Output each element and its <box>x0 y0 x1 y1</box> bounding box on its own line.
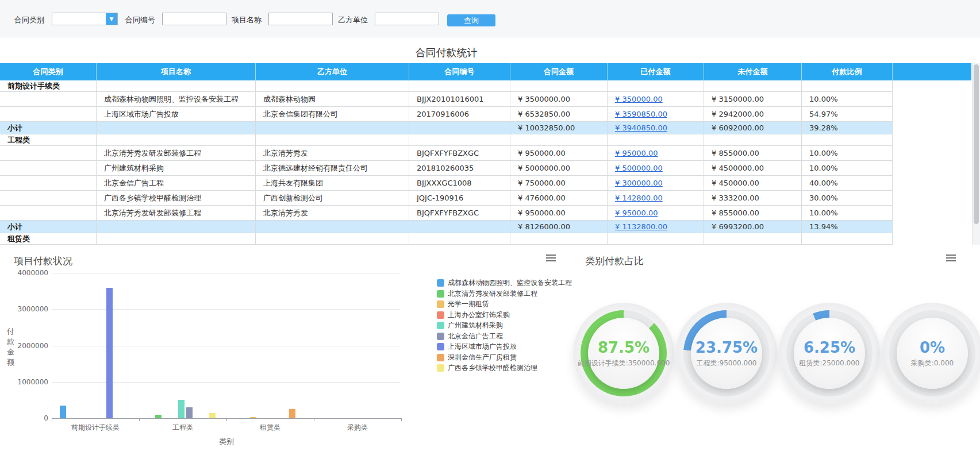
amount-cell: ¥ 476000.00 <box>510 191 608 205</box>
contract-no-cell: BJQFXFYFBZXGC <box>409 206 510 220</box>
party-cell <box>256 221 409 233</box>
legend-item[interactable]: 广西各乡镇学校甲醛检测治理 <box>437 363 537 373</box>
party-cell: 北京清芳秀发 <box>256 146 409 160</box>
paid-amount-link[interactable]: ¥ 300000.00 <box>615 179 663 187</box>
donut-percent: 87.5% <box>598 339 650 356</box>
paid-cell: ¥ 3590850.00 <box>608 107 704 121</box>
category-cell: 租赁类 <box>0 233 97 244</box>
paid-cell: ¥ 300000.00 <box>608 176 704 190</box>
bar-工程类 <box>155 415 162 418</box>
legend-item[interactable]: 光学一期租赁 <box>437 299 489 309</box>
legend-item[interactable]: 北京金信广告工程 <box>437 331 503 341</box>
paid-cell: ¥ 3940850.00 <box>608 122 704 134</box>
scrollbar-thumb[interactable] <box>974 64 979 224</box>
paid-amount-link[interactable]: ¥ 3590850.00 <box>615 110 667 118</box>
unpaid-cell: ¥ 4500000.00 <box>704 161 802 175</box>
ratio-cell: 10.00% <box>802 92 893 106</box>
legend-label: 广州建筑材料采购 <box>448 321 503 330</box>
table-scrollbar[interactable] <box>972 63 980 245</box>
donut-gauge: 87.5%前期设计手续类:350000.000 <box>573 303 674 404</box>
paid-amount-link[interactable]: ¥ 95000.00 <box>615 209 658 217</box>
donut-gauge: 6.25%租赁类:25000.000 <box>779 303 880 404</box>
x-axis-tick <box>52 418 52 421</box>
party-b-input[interactable] <box>375 13 439 25</box>
party-cell: 成都森林动物园 <box>256 92 409 106</box>
category-cell <box>0 146 97 160</box>
table-row: 上海区域市场广告投放北京金信集团有限公司20170916006¥ 6532850… <box>0 107 893 122</box>
bar-前期设计手续类 <box>60 406 66 418</box>
paid-amount-link[interactable]: ¥ 500000.00 <box>615 164 663 172</box>
filter-bar: 合同类别 ▼ 合同编号 项目名称 乙方单位 查询 <box>0 0 980 37</box>
x-axis-category-label: 租赁类 <box>226 423 314 433</box>
search-button[interactable]: 查询 <box>447 14 495 26</box>
y-gridline <box>52 346 400 346</box>
donut-label: 租赁类:25000.000 <box>800 358 860 368</box>
contract-no-cell <box>409 122 510 134</box>
project-cell <box>97 134 256 145</box>
paid-cell <box>608 134 704 145</box>
paid-amount-link[interactable]: ¥ 1132800.00 <box>615 222 667 231</box>
ratio-cell: 10.00% <box>802 161 893 175</box>
donut-chart-title: 类别付款占比 <box>585 255 644 268</box>
contract-no-cell: 20170916006 <box>409 107 510 121</box>
paid-amount-link[interactable]: ¥ 3940850.00 <box>615 124 667 132</box>
paid-cell: ¥ 500000.00 <box>608 161 704 175</box>
group-row: 工程类 <box>0 134 893 146</box>
amount-cell: ¥ 10032850.00 <box>510 122 608 134</box>
ratio-cell <box>802 233 893 244</box>
legend-item[interactable]: 上海区域市场广告投放 <box>437 342 517 352</box>
legend-item[interactable]: 北京清芳秀发研发部装修工程 <box>437 289 537 299</box>
contract-no-cell <box>409 134 510 145</box>
paid-amount-link[interactable]: ¥ 350000.00 <box>615 95 663 103</box>
unpaid-cell: ¥ 6993200.00 <box>704 221 802 233</box>
donut-center: 0%采购类:0.000 <box>897 318 968 389</box>
y-axis-name: 额 <box>7 357 14 368</box>
contract-no-cell <box>409 221 510 233</box>
x-axis-tick <box>314 418 314 421</box>
y-axis-tick-label: 2000000 <box>11 342 48 350</box>
party-cell: 北京金信集团有限公司 <box>256 107 409 121</box>
legend-swatch <box>437 354 444 361</box>
project-cell: 北京清芳秀发研发部装修工程 <box>97 146 256 160</box>
paid-cell: ¥ 350000.00 <box>608 92 704 106</box>
paid-amount-link[interactable]: ¥ 95000.00 <box>615 149 658 157</box>
group-row: 前期设计手续类 <box>0 80 893 92</box>
column-header: 乙方单位 <box>256 63 409 80</box>
donut-percent: 6.25% <box>804 339 855 356</box>
contract-no-cell <box>409 233 510 244</box>
subtotal-row: 小计¥ 10032850.00¥ 3940850.00¥ 6092000.003… <box>0 122 893 134</box>
group-row: 租赁类 <box>0 233 893 245</box>
unpaid-cell <box>704 233 802 244</box>
unpaid-cell: ¥ 6092000.00 <box>704 122 802 134</box>
legend-swatch <box>437 300 444 308</box>
paid-amount-link[interactable]: ¥ 142800.00 <box>615 194 663 202</box>
contract-no-label: 合同编号 <box>125 15 155 25</box>
y-axis-name: 付 <box>7 326 14 337</box>
contract-no-cell: 201810260035 <box>409 161 510 175</box>
project-cell <box>97 122 256 134</box>
project-cell: 广州建筑材料采购 <box>97 161 256 175</box>
hamburger-menu-icon[interactable] <box>946 255 956 263</box>
chevron-down-icon[interactable]: ▼ <box>106 13 117 25</box>
paid-cell: ¥ 142800.00 <box>608 191 704 205</box>
legend-swatch <box>437 311 444 319</box>
category-cell <box>0 191 97 205</box>
amount-cell: ¥ 5000000.00 <box>510 161 608 175</box>
contract-type-select[interactable]: ▼ <box>52 13 118 25</box>
legend-item[interactable]: 广州建筑材料采购 <box>437 321 503 330</box>
legend-item[interactable]: 深圳金信生产厂房租赁 <box>437 353 517 363</box>
column-header: 项目名称 <box>97 63 256 80</box>
category-cell: 前期设计手续类 <box>0 80 97 91</box>
unpaid-cell: ¥ 450000.00 <box>704 176 802 190</box>
legend-item[interactable]: 上海办公室灯饰采购 <box>437 310 510 320</box>
contract-no-input[interactable] <box>162 13 226 25</box>
x-axis-category-label: 工程类 <box>139 423 226 433</box>
y-gridline <box>52 273 400 273</box>
contract-payment-page: 合同类别 ▼ 合同编号 项目名称 乙方单位 查询 合同付款统计 合同类别项目名称… <box>0 0 980 455</box>
donut-gauge: 0%采购类:0.000 <box>882 303 980 404</box>
contract-no-cell: BJQFXFYFBZXGC <box>409 146 510 160</box>
legend-label: 上海办公室灯饰采购 <box>448 310 510 320</box>
legend-swatch <box>437 322 444 329</box>
table-header: 合同类别项目名称乙方单位合同编号合同金额已付金额未付金额付款比例 <box>0 63 971 80</box>
project-name-input[interactable] <box>268 13 333 25</box>
